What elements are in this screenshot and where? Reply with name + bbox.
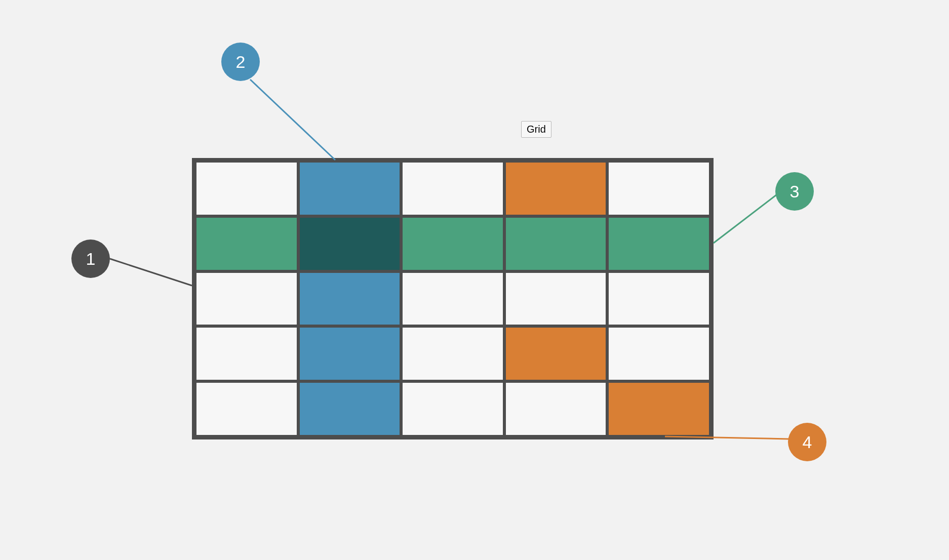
grid-cell-r1-c2 [401, 216, 504, 271]
grid-cell-r2-c4 [607, 271, 710, 327]
grid-cell-r0-c1 [298, 161, 402, 216]
grid-cell-r4-c1 [298, 381, 402, 436]
grid-cell-r4-c3 [504, 381, 608, 436]
callout-3: 3 [775, 172, 814, 211]
grid-cell-r1-c4 [607, 216, 710, 271]
grid-cell-r0-c2 [401, 161, 504, 216]
grid-cell-r1-c1 [298, 216, 402, 271]
callout-1: 1 [71, 239, 110, 278]
grid-cell-r1-c3 [504, 216, 608, 271]
grid-cell-r0-c3 [504, 161, 608, 216]
grid-cell-r2-c3 [504, 271, 608, 327]
connector-c2 [250, 79, 335, 160]
callout-1-label: 1 [86, 249, 96, 269]
grid-cell-r2-c0 [195, 271, 298, 327]
grid-cell-r3-c3 [504, 326, 608, 381]
grid-cell-r3-c0 [195, 326, 298, 381]
grid-cell-r3-c2 [401, 326, 504, 381]
callout-2: 2 [221, 43, 260, 81]
grid-cell-r2-c2 [401, 271, 504, 327]
grid-cell-r4-c2 [401, 381, 504, 436]
connector-c1 [110, 259, 192, 286]
grid-cell-r3-c4 [607, 326, 710, 381]
callout-4: 4 [788, 423, 826, 461]
connector-c3 [714, 195, 776, 243]
callout-4-label: 4 [803, 432, 812, 452]
grid-cell-r1-c0 [195, 216, 298, 271]
grid-cell-r3-c1 [298, 326, 402, 381]
grid-cell-r0-c0 [195, 161, 298, 216]
grid-cell-r4-c4 [607, 381, 710, 436]
grid-cell-r4-c0 [195, 381, 298, 436]
grid-cell-r0-c4 [607, 161, 710, 216]
callout-3-label: 3 [790, 182, 800, 202]
grid [192, 158, 714, 439]
grid-tooltip: Grid [521, 121, 551, 138]
grid-tooltip-text: Grid [527, 124, 546, 135]
grid-cell-r2-c1 [298, 271, 402, 327]
callout-2-label: 2 [236, 52, 246, 72]
